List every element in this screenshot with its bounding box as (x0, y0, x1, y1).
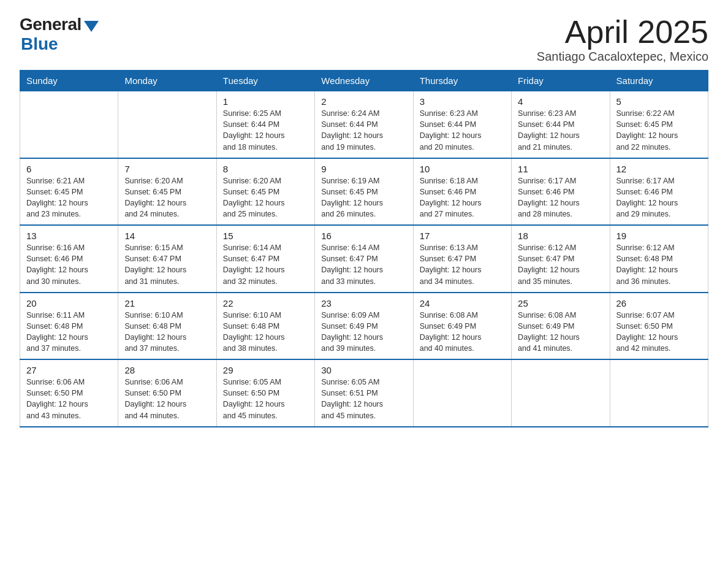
day-info: Sunrise: 6:07 AM Sunset: 6:50 PM Dayligh… (616, 310, 702, 354)
day-number: 27 (26, 365, 112, 375)
logo-blue-text: Blue (21, 34, 58, 54)
week-row-1: 6Sunrise: 6:21 AM Sunset: 6:45 PM Daylig… (20, 158, 708, 226)
day-number: 23 (321, 298, 406, 308)
day-info: Sunrise: 6:10 AM Sunset: 6:48 PM Dayligh… (223, 310, 308, 354)
day-cell (118, 91, 216, 158)
day-number: 21 (124, 298, 210, 308)
day-number: 2 (321, 96, 406, 107)
day-info: Sunrise: 6:06 AM Sunset: 6:50 PM Dayligh… (26, 377, 112, 421)
day-info: Sunrise: 6:20 AM Sunset: 6:45 PM Dayligh… (223, 175, 308, 220)
day-cell: 10Sunrise: 6:18 AM Sunset: 6:46 PM Dayli… (413, 158, 511, 226)
day-info: Sunrise: 6:21 AM Sunset: 6:45 PM Dayligh… (26, 175, 112, 220)
day-cell: 28Sunrise: 6:06 AM Sunset: 6:50 PM Dayli… (118, 359, 216, 427)
logo: General Blue (20, 15, 99, 54)
day-info: Sunrise: 6:09 AM Sunset: 6:49 PM Dayligh… (321, 310, 406, 354)
day-info: Sunrise: 6:05 AM Sunset: 6:51 PM Dayligh… (321, 377, 406, 421)
day-number: 29 (223, 365, 308, 375)
day-cell (413, 359, 511, 427)
day-info: Sunrise: 6:14 AM Sunset: 6:47 PM Dayligh… (223, 242, 308, 287)
day-info: Sunrise: 6:12 AM Sunset: 6:47 PM Dayligh… (518, 242, 603, 287)
day-number: 28 (124, 365, 210, 375)
day-cell: 15Sunrise: 6:14 AM Sunset: 6:47 PM Dayli… (216, 225, 314, 293)
day-number: 19 (616, 231, 702, 241)
day-cell (512, 359, 610, 427)
header-sunday: Sunday (20, 71, 118, 91)
header-friday: Friday (512, 71, 610, 91)
day-info: Sunrise: 6:19 AM Sunset: 6:45 PM Dayligh… (321, 175, 406, 220)
day-info: Sunrise: 6:20 AM Sunset: 6:45 PM Dayligh… (124, 175, 210, 220)
day-cell: 30Sunrise: 6:05 AM Sunset: 6:51 PM Dayli… (315, 359, 413, 427)
week-row-3: 20Sunrise: 6:11 AM Sunset: 6:48 PM Dayli… (20, 293, 708, 360)
day-info: Sunrise: 6:11 AM Sunset: 6:48 PM Dayligh… (26, 310, 112, 354)
header-thursday: Thursday (413, 71, 511, 91)
day-info: Sunrise: 6:12 AM Sunset: 6:48 PM Dayligh… (616, 242, 702, 287)
day-cell: 12Sunrise: 6:17 AM Sunset: 6:46 PM Dayli… (610, 158, 708, 226)
day-cell: 1Sunrise: 6:25 AM Sunset: 6:44 PM Daylig… (216, 91, 314, 158)
day-info: Sunrise: 6:08 AM Sunset: 6:49 PM Dayligh… (420, 310, 505, 354)
day-info: Sunrise: 6:13 AM Sunset: 6:47 PM Dayligh… (420, 242, 505, 287)
day-info: Sunrise: 6:25 AM Sunset: 6:44 PM Dayligh… (223, 108, 308, 153)
day-info: Sunrise: 6:15 AM Sunset: 6:47 PM Dayligh… (124, 242, 210, 287)
logo-general-text: General (20, 15, 82, 34)
day-cell: 9Sunrise: 6:19 AM Sunset: 6:45 PM Daylig… (315, 158, 413, 226)
logo-arrow-icon (84, 21, 99, 32)
day-number: 25 (518, 298, 603, 308)
day-number: 8 (223, 164, 308, 174)
day-number: 20 (26, 298, 112, 308)
header-monday: Monday (118, 71, 216, 91)
day-info: Sunrise: 6:05 AM Sunset: 6:50 PM Dayligh… (223, 377, 308, 421)
day-cell: 22Sunrise: 6:10 AM Sunset: 6:48 PM Dayli… (216, 293, 314, 360)
day-cell: 29Sunrise: 6:05 AM Sunset: 6:50 PM Dayli… (216, 359, 314, 427)
day-number: 17 (420, 231, 505, 241)
day-info: Sunrise: 6:17 AM Sunset: 6:46 PM Dayligh… (518, 175, 603, 220)
day-cell: 4Sunrise: 6:23 AM Sunset: 6:44 PM Daylig… (512, 91, 610, 158)
page-header: General Blue April 2025 Santiago Cacalox… (20, 15, 708, 64)
day-number: 6 (26, 164, 112, 174)
day-number: 22 (223, 298, 308, 308)
day-info: Sunrise: 6:24 AM Sunset: 6:44 PM Dayligh… (321, 108, 406, 153)
day-info: Sunrise: 6:23 AM Sunset: 6:44 PM Dayligh… (518, 108, 603, 153)
day-cell (610, 359, 708, 427)
day-cell: 24Sunrise: 6:08 AM Sunset: 6:49 PM Dayli… (413, 293, 511, 360)
day-number: 16 (321, 231, 406, 241)
day-number: 10 (420, 164, 505, 174)
day-number: 7 (124, 164, 210, 174)
calendar-title: April 2025 (537, 15, 708, 50)
day-cell (20, 91, 118, 158)
day-cell: 19Sunrise: 6:12 AM Sunset: 6:48 PM Dayli… (610, 225, 708, 293)
day-cell: 8Sunrise: 6:20 AM Sunset: 6:45 PM Daylig… (216, 158, 314, 226)
day-info: Sunrise: 6:06 AM Sunset: 6:50 PM Dayligh… (124, 377, 210, 421)
calendar-subtitle: Santiago Cacaloxtepec, Mexico (537, 50, 708, 64)
day-cell: 14Sunrise: 6:15 AM Sunset: 6:47 PM Dayli… (118, 225, 216, 293)
header-wednesday: Wednesday (315, 71, 413, 91)
calendar-table: SundayMondayTuesdayWednesdayThursdayFrid… (20, 70, 708, 427)
week-row-4: 27Sunrise: 6:06 AM Sunset: 6:50 PM Dayli… (20, 359, 708, 427)
title-block: April 2025 Santiago Cacaloxtepec, Mexico (537, 15, 708, 64)
day-cell: 13Sunrise: 6:16 AM Sunset: 6:46 PM Dayli… (20, 225, 118, 293)
day-number: 5 (616, 96, 702, 107)
day-cell: 20Sunrise: 6:11 AM Sunset: 6:48 PM Dayli… (20, 293, 118, 360)
day-number: 18 (518, 231, 603, 241)
day-cell: 7Sunrise: 6:20 AM Sunset: 6:45 PM Daylig… (118, 158, 216, 226)
day-cell: 2Sunrise: 6:24 AM Sunset: 6:44 PM Daylig… (315, 91, 413, 158)
day-cell: 26Sunrise: 6:07 AM Sunset: 6:50 PM Dayli… (610, 293, 708, 360)
day-number: 4 (518, 96, 603, 107)
day-cell: 11Sunrise: 6:17 AM Sunset: 6:46 PM Dayli… (512, 158, 610, 226)
day-cell: 6Sunrise: 6:21 AM Sunset: 6:45 PM Daylig… (20, 158, 118, 226)
day-number: 3 (420, 96, 505, 107)
header-tuesday: Tuesday (216, 71, 314, 91)
header-saturday: Saturday (610, 71, 708, 91)
day-number: 14 (124, 231, 210, 241)
day-info: Sunrise: 6:18 AM Sunset: 6:46 PM Dayligh… (420, 175, 505, 220)
day-number: 24 (420, 298, 505, 308)
day-cell: 25Sunrise: 6:08 AM Sunset: 6:49 PM Dayli… (512, 293, 610, 360)
day-number: 26 (616, 298, 702, 308)
day-number: 30 (321, 365, 406, 375)
day-cell: 23Sunrise: 6:09 AM Sunset: 6:49 PM Dayli… (315, 293, 413, 360)
day-info: Sunrise: 6:08 AM Sunset: 6:49 PM Dayligh… (518, 310, 603, 354)
day-info: Sunrise: 6:14 AM Sunset: 6:47 PM Dayligh… (321, 242, 406, 287)
week-row-2: 13Sunrise: 6:16 AM Sunset: 6:46 PM Dayli… (20, 225, 708, 293)
day-info: Sunrise: 6:23 AM Sunset: 6:44 PM Dayligh… (420, 108, 505, 153)
day-number: 11 (518, 164, 603, 174)
day-number: 15 (223, 231, 308, 241)
